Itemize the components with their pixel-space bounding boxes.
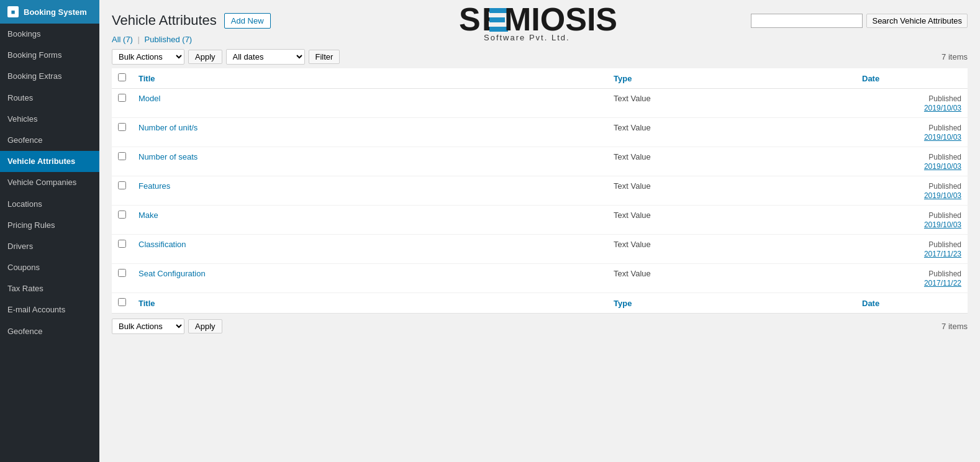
bulk-actions-select-bottom[interactable]: Bulk ActionsMove to Trash xyxy=(112,319,184,334)
row-date-link[interactable]: 2019/10/03 xyxy=(924,191,961,200)
row-date-cell: Published 2019/10/03 xyxy=(856,89,968,118)
items-count-bottom: 7 items xyxy=(941,322,968,331)
add-new-button[interactable]: Add New xyxy=(224,13,271,29)
top-filter-bar: Bulk ActionsMove to Trash Apply All date… xyxy=(112,49,968,65)
attributes-table: Title Type Date Model Text Value Publish… xyxy=(112,68,968,314)
row-date-link[interactable]: 2019/10/03 xyxy=(924,220,961,229)
row-title-cell: Model xyxy=(132,89,607,118)
row-title-link[interactable]: Features xyxy=(138,181,170,191)
sidebar-item-booking-forms[interactable]: Booking Forms xyxy=(0,45,99,66)
row-status: Published xyxy=(928,182,961,191)
svg-rect-3 xyxy=(489,17,505,22)
select-all-checkbox-footer[interactable] xyxy=(118,298,126,306)
title-column-footer: Title xyxy=(132,293,607,314)
sidebar: ■ Booking System BookingsBooking FormsBo… xyxy=(0,0,99,462)
row-status: Published xyxy=(928,270,961,278)
row-date-link[interactable]: 2019/10/03 xyxy=(924,133,961,142)
type-column-footer: Type xyxy=(607,293,856,314)
sidebar-item-coupons[interactable]: Coupons xyxy=(0,257,99,278)
table-row: Make Text Value Published 2019/10/03 xyxy=(112,206,968,235)
sidebar-item-tax-rates[interactable]: Tax Rates xyxy=(0,278,99,299)
sidebar-item-routes[interactable]: Routes xyxy=(0,88,99,109)
brand-logo: S E MIOSIS Software Pvt. Ltd. xyxy=(459,0,620,42)
svg-text:MIOSIS: MIOSIS xyxy=(504,1,617,37)
row-title-cell: Number of unit/s xyxy=(132,118,607,147)
table-row: Features Text Value Published 2019/10/03 xyxy=(112,176,968,206)
sidebar-item-geofence[interactable]: Geofence xyxy=(0,321,99,342)
sidebar-item-drivers[interactable]: Drivers xyxy=(0,236,99,257)
row-type-cell: Text Value xyxy=(607,264,856,293)
main-content: Vehicle Attributes Add New S E MIOSIS So… xyxy=(99,0,980,462)
select-all-header[interactable] xyxy=(112,68,132,89)
filter-button[interactable]: Filter xyxy=(309,50,340,64)
row-checkbox-cell[interactable] xyxy=(112,89,132,118)
row-checkbox[interactable] xyxy=(118,152,126,160)
search-input[interactable] xyxy=(751,14,863,28)
row-checkbox[interactable] xyxy=(118,269,126,277)
row-checkbox-cell[interactable] xyxy=(112,176,132,206)
table-row: Number of seats Text Value Published 201… xyxy=(112,147,968,176)
sidebar-item-vehicle-attributes[interactable]: Vehicle Attributes xyxy=(0,151,99,172)
sidebar-item-locations[interactable]: Locations xyxy=(0,194,99,215)
row-title-link[interactable]: Model xyxy=(138,94,160,103)
row-type-cell: Text Value xyxy=(607,206,856,235)
row-type-cell: Text Value xyxy=(607,176,856,206)
title-column-header[interactable]: Title xyxy=(132,68,607,89)
row-checkbox-cell[interactable] xyxy=(112,235,132,264)
sidebar-item-vehicle-companies[interactable]: Vehicle Companies xyxy=(0,172,99,193)
sidebar-title: Booking System xyxy=(24,7,87,17)
date-column-footer: Date xyxy=(856,293,968,314)
table-body: Model Text Value Published 2019/10/03 Nu… xyxy=(112,89,968,293)
type-column-header: Type xyxy=(607,68,856,89)
row-date-cell: Published 2019/10/03 xyxy=(856,206,968,235)
bulk-actions-select-top[interactable]: Bulk ActionsMove to Trash xyxy=(112,49,184,65)
row-title-link[interactable]: Make xyxy=(138,211,158,220)
row-title-link[interactable]: Number of seats xyxy=(138,152,197,161)
row-title-link[interactable]: Classification xyxy=(138,240,186,249)
row-date-link[interactable]: 2017/11/22 xyxy=(924,279,961,288)
filter-all-link[interactable]: All (7) xyxy=(112,35,133,44)
filter-published-link[interactable]: Published (7) xyxy=(145,35,193,44)
sidebar-item-vehicles[interactable]: Vehicles xyxy=(0,109,99,130)
row-status: Published xyxy=(928,211,961,220)
logo-area: S E MIOSIS Software Pvt. Ltd. xyxy=(459,0,620,43)
date-column-header[interactable]: Date xyxy=(856,68,968,89)
row-checkbox[interactable] xyxy=(118,240,126,248)
row-title-cell: Features xyxy=(132,176,607,206)
page-title: Vehicle Attributes xyxy=(112,12,217,29)
row-status: Published xyxy=(928,153,961,161)
row-checkbox[interactable] xyxy=(118,211,126,219)
row-title-link[interactable]: Seat Configuration xyxy=(138,269,206,278)
row-checkbox[interactable] xyxy=(118,123,126,131)
select-all-footer[interactable] xyxy=(112,293,132,314)
sidebar-item-pricing-rules[interactable]: Pricing Rules xyxy=(0,215,99,236)
row-title-cell: Seat Configuration xyxy=(132,264,607,293)
bottom-filter-bar: Bulk ActionsMove to Trash Apply 7 items xyxy=(112,319,968,334)
row-checkbox-cell[interactable] xyxy=(112,206,132,235)
sidebar-item-bookings[interactable]: Bookings xyxy=(0,24,99,45)
row-title-link[interactable]: Number of unit/s xyxy=(138,123,197,132)
search-button[interactable]: Search Vehicle Attributes xyxy=(866,14,968,28)
sidebar-item-e-mail-accounts[interactable]: E-mail Accounts xyxy=(0,299,99,320)
row-type-cell: Text Value xyxy=(607,89,856,118)
row-date-link[interactable]: 2017/11/23 xyxy=(924,250,961,258)
row-checkbox-cell[interactable] xyxy=(112,118,132,147)
svg-text:S: S xyxy=(459,1,481,37)
row-type-cell: Text Value xyxy=(607,118,856,147)
select-all-checkbox[interactable] xyxy=(118,73,126,81)
row-title-cell: Classification xyxy=(132,235,607,264)
apply-button-top[interactable]: Apply xyxy=(188,50,222,64)
sidebar-header[interactable]: ■ Booking System xyxy=(0,0,99,24)
row-date-link[interactable]: 2019/10/03 xyxy=(924,104,961,112)
items-count-top: 7 items xyxy=(941,52,968,61)
row-checkbox[interactable] xyxy=(118,94,126,102)
apply-button-bottom[interactable]: Apply xyxy=(188,319,222,333)
row-checkbox[interactable] xyxy=(118,181,126,189)
row-date-link[interactable]: 2019/10/03 xyxy=(924,162,961,171)
sidebar-item-geofence[interactable]: Geofence xyxy=(0,130,99,151)
row-checkbox-cell[interactable] xyxy=(112,147,132,176)
sidebar-item-booking-extras[interactable]: Booking Extras xyxy=(0,66,99,87)
date-filter-select[interactable]: All datesOctober 2019November 2017 xyxy=(226,49,305,65)
row-checkbox-cell[interactable] xyxy=(112,264,132,293)
row-date-cell: Published 2017/11/23 xyxy=(856,235,968,264)
